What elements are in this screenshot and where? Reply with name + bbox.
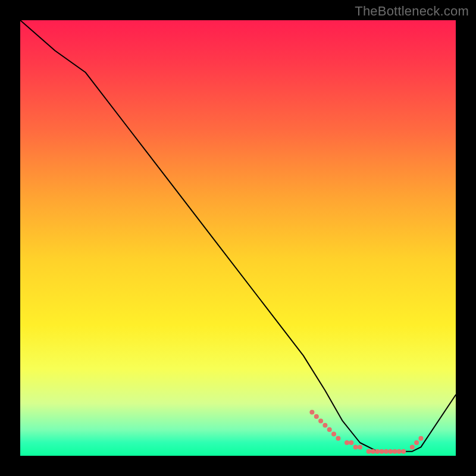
marker-dot [345, 440, 349, 445]
watermark-text: TheBottleneck.com [355, 4, 469, 19]
marker-dot [375, 449, 380, 454]
marker-dot [410, 444, 415, 449]
marker-dot [309, 410, 314, 415]
marker-dot [336, 436, 340, 441]
marker-dot [388, 449, 393, 454]
marker-dot [367, 449, 371, 454]
marker-dot [322, 423, 327, 428]
marker-dot [349, 440, 353, 445]
marker-dot [318, 418, 323, 423]
marker-dot [414, 440, 419, 445]
marker-dot [380, 449, 384, 454]
marker-dot [397, 449, 402, 454]
marker-cluster [309, 410, 423, 454]
chart-frame: TheBottleneck.com [0, 0, 476, 476]
plot-area [20, 20, 456, 456]
marker-dot [393, 449, 397, 454]
marker-dot [327, 427, 332, 432]
marker-dot [401, 449, 406, 454]
marker-dot [353, 444, 358, 449]
marker-dot [331, 431, 336, 436]
marker-dot [418, 436, 423, 441]
marker-dot [314, 414, 319, 419]
chart-svg [20, 20, 456, 456]
marker-dot [358, 444, 362, 449]
bottleneck-curve [20, 20, 456, 452]
marker-dot [371, 449, 375, 454]
marker-dot [384, 449, 389, 454]
